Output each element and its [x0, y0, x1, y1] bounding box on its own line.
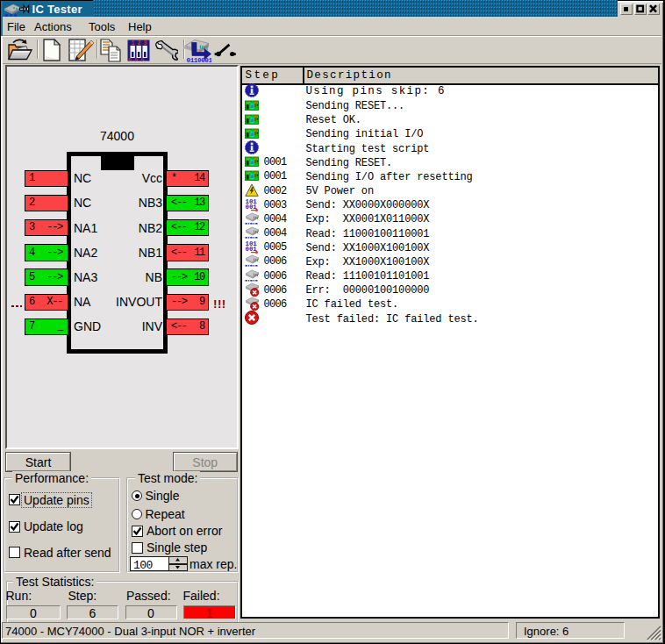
svg-text:1: 1 — [131, 40, 134, 47]
svg-text:0110001: 0110001 — [187, 57, 212, 62]
svg-text:001: 001 — [245, 204, 257, 211]
svg-text:001: 001 — [245, 246, 257, 253]
svg-text:3: 3 — [143, 40, 147, 47]
svg-text:0.0.0: 0.0.0 — [128, 57, 144, 61]
svg-text:2: 2 — [137, 40, 140, 47]
